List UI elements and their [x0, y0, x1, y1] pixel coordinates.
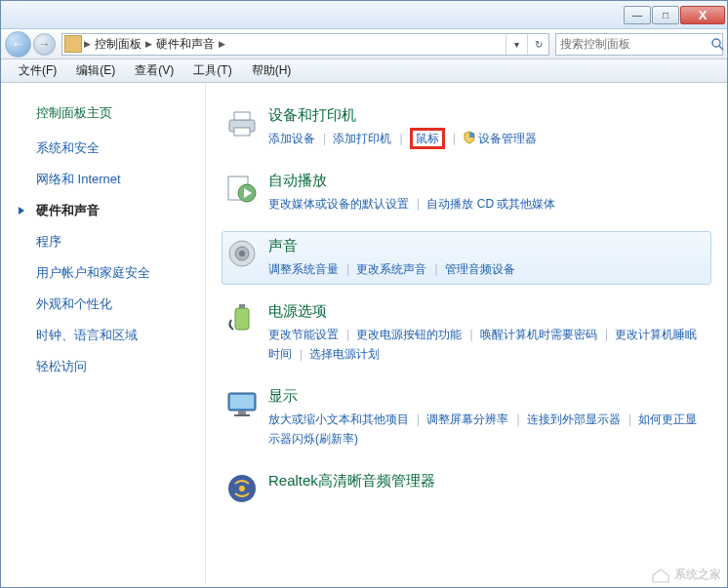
category-display: 显示 放大或缩小文本和其他项目| 调整屏幕分辨率| 连接到外部显示器| 如何更正… [222, 381, 711, 454]
house-icon [651, 568, 670, 583]
sidebar-item-clock-region[interactable]: 时钟、语言和区域 [36, 327, 205, 344]
svg-point-10 [239, 251, 245, 256]
svg-point-18 [239, 486, 245, 491]
realtek-icon [225, 472, 259, 505]
svg-rect-14 [230, 395, 254, 409]
content-area: 设备和打印机 添加设备| 添加打印机| 鼠标| 设备管理器 自动播放 更改媒体或… [206, 83, 727, 585]
watermark: 系统之家 [651, 567, 721, 583]
link-mouse[interactable]: 鼠标 [410, 132, 445, 145]
crumb-hardware-sound[interactable]: 硬件和声音 [152, 36, 219, 53]
crumb-sep-icon: ▶ [84, 39, 91, 49]
category-title[interactable]: 电源选项 [268, 302, 708, 321]
speaker-icon [225, 237, 259, 270]
category-links: 放大或缩小文本和其他项目| 调整屏幕分辨率| 连接到外部显示器| 如何更正显示器… [268, 410, 708, 449]
titlebar: — □ X [1, 1, 727, 29]
sidebar-home[interactable]: 控制面板主页 [36, 104, 205, 122]
sidebar-item-appearance[interactable]: 外观和个性化 [36, 295, 205, 313]
category-power: 电源选项 更改节能设置| 更改电源按钮的功能| 唤醒计算机时需要密码| 更改计算… [222, 296, 711, 370]
sidebar-item-hardware-sound[interactable]: 硬件和声音 [36, 202, 205, 219]
autoplay-icon [225, 172, 259, 205]
crumb-sep-icon: ▶ [145, 39, 152, 49]
menu-tools[interactable]: 工具(T) [183, 60, 241, 81]
link-change-media-defaults[interactable]: 更改媒体或设备的默认设置 [268, 197, 409, 211]
menu-file[interactable]: 文件(F) [9, 60, 66, 81]
svg-rect-11 [235, 308, 249, 330]
display-icon [225, 387, 259, 420]
navbar: ← → ▶ 控制面板 ▶ 硬件和声音 ▶ ▾ ↻ [1, 29, 727, 59]
shield-icon [463, 131, 476, 144]
sidebar-item-programs[interactable]: 程序 [36, 233, 205, 251]
link-require-password[interactable]: 唤醒计算机时需要密码 [480, 328, 597, 341]
category-devices-printers: 设备和打印机 添加设备| 添加打印机| 鼠标| 设备管理器 [222, 100, 711, 154]
sidebar-item-user-accounts[interactable]: 用户帐户和家庭安全 [36, 264, 205, 282]
menu-edit[interactable]: 编辑(E) [66, 60, 125, 81]
address-bar[interactable]: ▶ 控制面板 ▶ 硬件和声音 ▶ ▾ ↻ [61, 33, 549, 56]
link-device-manager[interactable]: 设备管理器 [478, 132, 537, 145]
svg-rect-15 [238, 411, 246, 414]
category-sound: 声音 调整系统音量| 更改系统声音| 管理音频设备 [222, 231, 711, 285]
menu-view[interactable]: 查看(V) [125, 60, 183, 81]
menubar: 文件(F) 编辑(E) 查看(V) 工具(T) 帮助(H) [1, 59, 727, 83]
control-panel-window: — □ X ← → ▶ 控制面板 ▶ 硬件和声音 ▶ ▾ ↻ 文件(F) 编辑(… [0, 0, 728, 588]
folder-icon [64, 35, 82, 53]
menu-help[interactable]: 帮助(H) [242, 60, 302, 81]
link-screen-resolution[interactable]: 调整屏幕分辨率 [426, 412, 508, 426]
link-text-size[interactable]: 放大或缩小文本和其他项目 [268, 412, 409, 426]
close-button[interactable]: X [680, 6, 725, 24]
link-change-sounds[interactable]: 更改系统声音 [356, 262, 426, 276]
power-icon [225, 302, 259, 335]
nav-forward-button[interactable]: → [33, 33, 56, 56]
category-links: 添加设备| 添加打印机| 鼠标| 设备管理器 [268, 129, 708, 148]
link-add-device[interactable]: 添加设备 [268, 132, 315, 145]
link-add-printer[interactable]: 添加打印机 [333, 132, 391, 145]
category-title[interactable]: 自动播放 [268, 172, 708, 190]
link-choose-plan[interactable]: 选择电源计划 [309, 347, 380, 361]
svg-rect-3 [234, 112, 250, 120]
search-icon[interactable] [710, 34, 724, 55]
svg-line-1 [719, 46, 723, 50]
link-external-display[interactable]: 连接到外部显示器 [527, 412, 621, 426]
category-title[interactable]: 设备和打印机 [268, 106, 708, 125]
link-manage-audio[interactable]: 管理音频设备 [445, 262, 515, 276]
printer-icon [225, 106, 259, 139]
sidebar: 控制面板主页 系统和安全 网络和 Internet 硬件和声音 程序 用户帐户和… [1, 83, 206, 585]
refresh-button[interactable]: ↻ [527, 34, 548, 55]
category-realtek: Realtek高清晰音频管理器 [222, 466, 711, 511]
nav-back-button[interactable]: ← [5, 31, 31, 58]
minimize-button[interactable]: — [624, 6, 651, 24]
search-input[interactable] [556, 37, 710, 51]
svg-rect-16 [234, 414, 250, 416]
crumb-control-panel[interactable]: 控制面板 [91, 36, 145, 53]
maximize-button[interactable]: □ [652, 6, 679, 24]
category-title[interactable]: 显示 [268, 387, 708, 406]
link-autoplay-cd[interactable]: 自动播放 CD 或其他媒体 [426, 197, 555, 211]
crumb-sep-icon: ▶ [219, 39, 225, 49]
link-change-power-saving[interactable]: 更改节能设置 [268, 328, 339, 341]
category-links: 更改媒体或设备的默认设置| 自动播放 CD 或其他媒体 [268, 194, 708, 214]
search-box[interactable] [555, 33, 723, 56]
category-autoplay: 自动播放 更改媒体或设备的默认设置| 自动播放 CD 或其他媒体 [222, 166, 711, 219]
body-area: 控制面板主页 系统和安全 网络和 Internet 硬件和声音 程序 用户帐户和… [1, 83, 727, 585]
svg-rect-4 [234, 128, 250, 136]
sidebar-item-ease-of-access[interactable]: 轻松访问 [36, 358, 205, 375]
link-adjust-volume[interactable]: 调整系统音量 [268, 262, 339, 276]
category-links: 调整系统音量| 更改系统声音| 管理音频设备 [268, 259, 708, 279]
svg-point-0 [712, 39, 720, 47]
category-title[interactable]: Realtek高清晰音频管理器 [268, 472, 708, 490]
svg-rect-12 [239, 304, 245, 308]
address-dropdown-button[interactable]: ▾ [506, 34, 527, 55]
link-power-button[interactable]: 更改电源按钮的功能 [356, 328, 462, 341]
category-title[interactable]: 声音 [268, 237, 708, 255]
sidebar-item-network[interactable]: 网络和 Internet [36, 171, 205, 188]
category-links: 更改节能设置| 更改电源按钮的功能| 唤醒计算机时需要密码| 更改计算机睡眠时间… [268, 325, 708, 364]
sidebar-item-system-security[interactable]: 系统和安全 [36, 139, 205, 157]
